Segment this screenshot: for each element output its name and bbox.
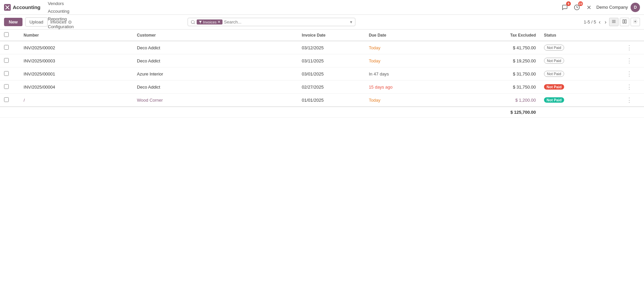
invoice-number[interactable]: INV/2025/00003: [19, 54, 133, 67]
col-header-customer[interactable]: Customer: [133, 30, 298, 41]
invoice-date: 03/11/2025: [298, 54, 365, 67]
row-checkbox[interactable]: [4, 45, 9, 50]
invoices-table: Number Customer Invoice Date Due Date Ta…: [0, 30, 644, 118]
company-name[interactable]: Demo Company: [596, 5, 628, 10]
total-label-cell: [0, 107, 457, 118]
search-input[interactable]: [224, 19, 347, 24]
row-checkbox-cell: [0, 67, 19, 81]
row-checkbox-cell: [0, 41, 19, 54]
table-row: INV/2025/00003Deco Addict03/11/2025Today…: [0, 54, 644, 67]
status-badge: Not Paid: [540, 54, 623, 67]
row-checkbox[interactable]: [4, 84, 9, 89]
top-navigation: Accounting DashboardCustomersVendorsAcco…: [0, 0, 644, 15]
row-options[interactable]: ⋮: [622, 54, 644, 67]
prev-page-button[interactable]: ‹: [597, 18, 602, 26]
col-header-tax-excluded[interactable]: Tax Excluded: [457, 30, 540, 41]
table-row: INV/2025/00002Deco Addict03/12/2025Today…: [0, 41, 644, 54]
settings-icon: [633, 19, 638, 24]
col-header-status[interactable]: Status: [540, 30, 623, 41]
table-body: INV/2025/00002Deco Addict03/12/2025Today…: [0, 41, 644, 118]
filter-remove-icon[interactable]: ✕: [217, 20, 220, 24]
table-row: INV/2025/00001Azure Interior03/01/2025In…: [0, 67, 644, 81]
row-options-icon[interactable]: ⋮: [626, 84, 632, 90]
new-button[interactable]: New: [4, 18, 22, 26]
invoice-number[interactable]: INV/2025/00001: [19, 67, 133, 81]
next-page-button[interactable]: ›: [603, 18, 608, 26]
search-filter-badge[interactable]: Invoices ✕: [197, 19, 222, 24]
invoices-label: Invoices ⚙: [50, 19, 72, 25]
row-checkbox[interactable]: [4, 71, 9, 76]
search-icon: [191, 20, 195, 24]
due-date: In 47 days: [365, 67, 457, 81]
activities-icon[interactable]: 23: [572, 3, 582, 12]
pagination-label: 1-5 / 5: [584, 19, 596, 24]
nav-item-vendors[interactable]: Vendors: [45, 0, 77, 7]
toolbar: New Upload Invoices ⚙ Invoices ✕ ▾ 1-5 /…: [0, 15, 644, 30]
activities-badge: 23: [578, 1, 583, 6]
upload-button[interactable]: Upload: [25, 17, 48, 27]
invoice-date: 02/27/2025: [298, 81, 365, 94]
due-date: Today: [365, 54, 457, 67]
svg-rect-11: [625, 20, 626, 23]
status-badge: Not Paid: [540, 41, 623, 54]
messages-icon[interactable]: 9: [560, 3, 569, 12]
row-options-icon[interactable]: ⋮: [626, 70, 632, 77]
customer-name: Deco Addict: [133, 81, 298, 94]
row-options-icon[interactable]: ⋮: [626, 44, 632, 51]
svg-line-5: [194, 23, 195, 24]
invoice-date: 03/01/2025: [298, 67, 365, 81]
nav-item-accounting[interactable]: Accounting: [45, 7, 77, 15]
row-options-icon[interactable]: ⋮: [626, 97, 632, 103]
list-view-button[interactable]: [609, 18, 618, 26]
due-date: Today: [365, 41, 457, 54]
search-bar: Invoices ✕ ▾: [188, 18, 355, 26]
settings-icon[interactable]: ⚙: [68, 19, 72, 25]
table-header-row: Number Customer Invoice Date Due Date Ta…: [0, 30, 644, 41]
due-date: Today: [365, 94, 457, 107]
due-date: 15 days ago: [365, 81, 457, 94]
brand-name: Accounting: [13, 4, 41, 10]
svg-marker-6: [199, 21, 202, 23]
user-avatar[interactable]: D: [631, 3, 640, 12]
row-options-icon[interactable]: ⋮: [626, 57, 632, 64]
list-icon: [611, 19, 616, 24]
col-header-number[interactable]: Number: [19, 30, 133, 41]
status-badge: Not Paid: [540, 67, 623, 81]
app-logo[interactable]: Accounting: [4, 4, 41, 11]
row-checkbox[interactable]: [4, 58, 9, 63]
select-all-checkbox[interactable]: [4, 32, 9, 37]
row-options[interactable]: ⋮: [622, 67, 644, 81]
invoice-number[interactable]: /: [19, 94, 133, 107]
svg-point-12: [635, 21, 636, 22]
kanban-view-button[interactable]: [620, 18, 629, 26]
row-options[interactable]: ⋮: [622, 41, 644, 54]
row-checkbox[interactable]: [4, 97, 9, 102]
table-row: /Wood Corner01/01/2025Today$ 1,200.00Not…: [0, 94, 644, 107]
status-badge: Not Paid: [540, 94, 623, 107]
search-dropdown-icon[interactable]: ▾: [350, 19, 352, 24]
total-amount: $ 125,700.00: [457, 107, 540, 118]
row-options[interactable]: ⋮: [622, 94, 644, 107]
table-row: INV/2025/00004Deco Addict02/27/202515 da…: [0, 81, 644, 94]
col-header-due-date[interactable]: Due Date: [365, 30, 457, 41]
customer-name: Deco Addict: [133, 41, 298, 54]
tax-excluded-amount: $ 19,250.00: [457, 54, 540, 67]
col-header-options: [622, 30, 644, 41]
row-checkbox-cell: [0, 54, 19, 67]
settings-view-button[interactable]: [631, 18, 640, 26]
tax-excluded-amount[interactable]: $ 1,200.00: [457, 94, 540, 107]
invoice-number[interactable]: INV/2025/00004: [19, 81, 133, 94]
close-icon[interactable]: [584, 3, 594, 12]
row-checkbox-cell: [0, 94, 19, 107]
svg-rect-10: [623, 20, 624, 23]
invoice-date: 01/01/2025: [298, 94, 365, 107]
status-badge: Not Paid: [540, 81, 623, 94]
nav-items: DashboardCustomersVendorsAccountingRepor…: [45, 0, 77, 31]
invoice-number[interactable]: INV/2025/00002: [19, 41, 133, 54]
col-header-invoice-date[interactable]: Invoice Date: [298, 30, 365, 41]
topnav-icons: 9 23 Demo Company D: [560, 3, 640, 12]
tax-excluded-amount: $ 41,750.00: [457, 41, 540, 54]
tax-excluded-amount: $ 31,750.00: [457, 81, 540, 94]
row-options[interactable]: ⋮: [622, 81, 644, 94]
customer-name[interactable]: Wood Corner: [133, 94, 298, 107]
